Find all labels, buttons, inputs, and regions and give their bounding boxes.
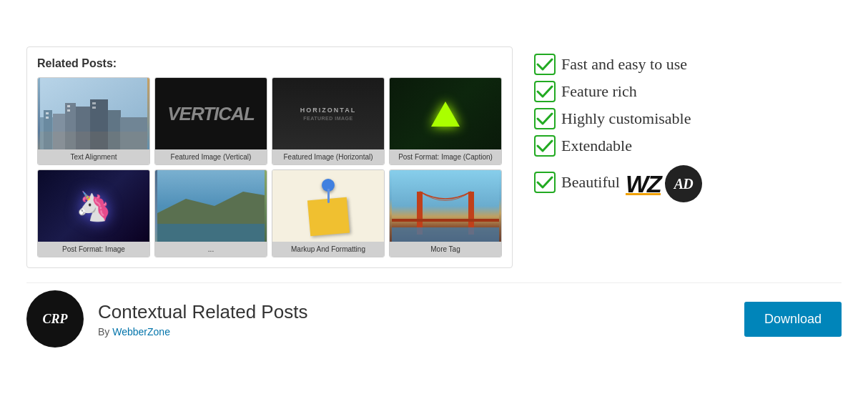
thumb-bridge (390, 170, 501, 242)
laser-triangle (431, 102, 460, 127)
grid-item-bridge: More Tag (389, 169, 502, 257)
grid-label-markup: Markup And Formatting (272, 242, 384, 257)
svg-rect-11 (67, 105, 70, 107)
svg-rect-9 (46, 112, 49, 114)
grid-label-coast: ... (155, 242, 267, 257)
feature-text-beautiful: Beautiful (561, 173, 620, 192)
logos-row: WZ AD (626, 165, 702, 202)
download-button[interactable]: Download (744, 302, 842, 337)
ad-logo: AD (665, 165, 702, 202)
svg-rect-15 (40, 132, 147, 149)
horizontal-thumb-text: HORIZONTAL FEATURED IMAGE (300, 106, 356, 122)
grid-label-vertical: Featured Image (Vertical) (155, 149, 267, 164)
grid-item-vertical: VERTICAL Featured Image (Vertical) (154, 77, 267, 165)
pushpin (322, 179, 335, 192)
author-link[interactable]: WebberZone (112, 326, 170, 338)
grid-label-horizontal: Featured Image (Horizontal) (272, 149, 384, 164)
grid-label-unicorn: Post Format: Image (38, 242, 149, 257)
grid-item-markup: Markup And Formatting (272, 169, 385, 257)
svg-rect-22 (392, 219, 499, 222)
by-label: By (98, 326, 109, 338)
features-panel: Fast and easy to use Feature rich (534, 46, 842, 210)
grid-item-coast: ... (154, 169, 267, 257)
grid-label-city: Text Alignment (38, 149, 149, 164)
grid-item-horizontal: HORIZONTAL FEATURED IMAGE Featured Image… (272, 77, 385, 165)
checkbox-extendable-icon (534, 135, 556, 157)
feature-item-fast: Fast and easy to use (534, 54, 842, 75)
feature-text-rich: Feature rich (561, 82, 637, 101)
thumbnail-grid: Text Alignment VERTICAL Featured Image (… (37, 77, 502, 257)
grid-label-bridge: More Tag (390, 242, 501, 257)
checkbox-customisable-icon (534, 108, 556, 129)
grid-label-laser: Post Format: Image (Caption) (390, 149, 501, 164)
grid-item-city: Text Alignment (37, 77, 150, 165)
bottom-section: CRP Contextual Related Posts By WebberZo… (26, 282, 842, 348)
thumb-laser (390, 78, 501, 149)
svg-rect-23 (392, 227, 499, 242)
checkbox-fast-icon (534, 54, 556, 75)
plugin-name: Contextual Related Posts (98, 301, 730, 323)
feature-item-extendable: Extendable (534, 135, 842, 157)
feature-item-customisable: Highly customisable (534, 108, 842, 129)
grid-item-laser: Post Format: Image (Caption) (389, 77, 502, 165)
svg-rect-14 (92, 107, 96, 109)
thumb-markup (272, 170, 384, 242)
screenshot-panel: Related Posts: (26, 46, 513, 268)
grid-item-unicorn: 🦄 Post Format: Image (37, 169, 150, 257)
svg-rect-13 (92, 102, 96, 104)
thumb-horizontal: HORIZONTAL FEATURED IMAGE (272, 78, 384, 149)
thumb-vertical: VERTICAL (155, 78, 267, 149)
unicorn-emoji: 🦄 (76, 189, 112, 223)
main-container: Related Posts: (12, 32, 856, 362)
thumb-city (38, 78, 149, 149)
plugin-info: Contextual Related Posts By WebberZone (98, 301, 730, 338)
svg-rect-10 (46, 117, 49, 119)
vertical-thumb-text: VERTICAL (167, 104, 255, 123)
checkbox-beautiful-icon (534, 172, 556, 193)
feature-item-rich: Feature rich (534, 81, 842, 102)
top-section: Related Posts: (26, 46, 842, 268)
wz-underline (626, 193, 661, 195)
plugin-by: By WebberZone (98, 326, 730, 338)
feature-text-fast: Fast and easy to use (561, 55, 687, 74)
ad-logo-text: AD (674, 176, 693, 192)
feature-text-customisable: Highly customisable (561, 109, 691, 128)
plugin-logo: CRP (26, 290, 84, 348)
feature-text-extendable: Extendable (561, 137, 632, 155)
thumb-coast (155, 170, 267, 242)
checkbox-rich-icon (534, 81, 556, 102)
feature-item-beautiful: Beautiful WZ AD (534, 162, 842, 202)
svg-rect-18 (157, 224, 265, 242)
svg-rect-12 (67, 109, 70, 112)
plugin-logo-text: CRP (42, 312, 67, 327)
thumb-unicorn: 🦄 (38, 170, 149, 242)
screenshot-title: Related Posts: (37, 57, 502, 70)
